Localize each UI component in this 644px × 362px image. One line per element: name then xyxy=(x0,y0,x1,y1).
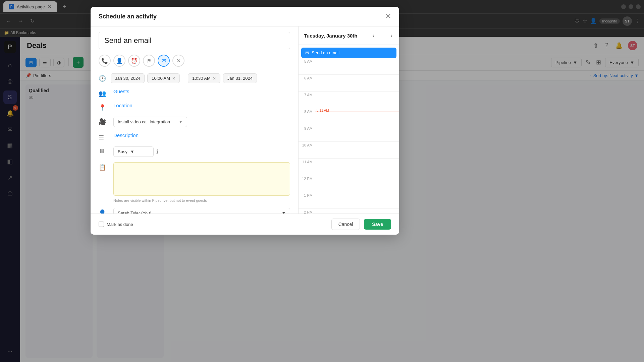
activity-title-input[interactable] xyxy=(99,32,290,49)
assignee-icon: 👤 xyxy=(99,209,108,214)
notes-textarea[interactable] xyxy=(113,162,290,196)
start-time-label: 10:00 AM xyxy=(152,76,170,81)
guests-icon: 👥 xyxy=(99,90,108,97)
modal-body: 📞 👤 ⏰ ⚑ ✉ ✕ 🕐 Jan 30, 2024 10:00 AM ✕ – xyxy=(91,26,399,214)
info-icon[interactable]: ℹ xyxy=(156,148,158,155)
cal-prev-btn[interactable]: ‹ xyxy=(371,31,375,40)
assignee-arrow: ▼ xyxy=(281,210,286,214)
notes-hint: Notes are visible within Pipedrive, but … xyxy=(113,198,290,202)
type-selector: 📞 👤 ⏰ ⚑ ✉ ✕ xyxy=(99,53,290,68)
video-dropdown[interactable]: Install video call integration ▼ xyxy=(113,117,187,127)
datetime-row: 🕐 Jan 30, 2024 10:00 AM ✕ – 10:30 AM ✕ J… xyxy=(99,73,290,83)
guests-link[interactable]: Guests xyxy=(113,88,129,94)
cal-slot-content-2pm xyxy=(315,209,399,214)
cal-slot-content-9am xyxy=(315,125,399,141)
modal-backdrop: Schedule an activity ✕ 📞 👤 ⏰ ⚑ ✉ ✕ xyxy=(0,0,644,362)
status-row-inner: Busy ▼ ℹ xyxy=(113,146,290,157)
schedule-modal: Schedule an activity ✕ 📞 👤 ⏰ ⚑ ✉ ✕ xyxy=(91,7,399,235)
video-call-row: 🎥 Install video call integration ▼ xyxy=(99,117,290,127)
cal-time-label-1pm: 1 PM xyxy=(299,192,315,208)
mark-done-checkbox[interactable] xyxy=(99,222,104,227)
cal-time-label-9am: 9 AM xyxy=(299,125,315,141)
cal-slot-1pm: 1 PM xyxy=(299,192,399,209)
status-dropdown[interactable]: Busy ▼ xyxy=(113,146,154,157)
location-row: 📍 Location xyxy=(99,103,290,111)
assignee-row: 👤 Sarah Tyler (You) ▼ xyxy=(99,208,290,214)
cal-slot-content-7am xyxy=(315,92,399,108)
cal-slot-11am: 11 AM xyxy=(299,159,399,175)
send-email-event[interactable]: ✉ Send an email xyxy=(301,48,396,58)
send-email-label: Send an email xyxy=(312,50,339,55)
modal-close-btn[interactable]: ✕ xyxy=(385,13,391,20)
video-label: Install video call integration xyxy=(118,119,170,124)
description-link[interactable]: Description xyxy=(113,132,139,138)
status-content: Busy ▼ ℹ xyxy=(113,146,290,157)
status-row: 🖥 Busy ▼ ℹ xyxy=(99,146,290,157)
cal-header: Tuesday, January 30th ‹ › xyxy=(299,26,399,45)
modal-title: Schedule an activity xyxy=(99,13,157,20)
location-content: Location xyxy=(113,103,290,109)
cal-slot-6am: 6 AM xyxy=(299,75,399,92)
modal-footer: Mark as done Cancel Save xyxy=(91,214,399,235)
cal-slot-content-10am xyxy=(315,142,399,158)
status-label: Busy xyxy=(118,149,127,154)
type-btn-meeting[interactable]: 👤 xyxy=(113,55,125,67)
cal-time-label-8am: 8 AM xyxy=(299,108,315,125)
status-icon: 🖥 xyxy=(99,148,108,155)
start-date-chip[interactable]: Jan 30, 2024 xyxy=(111,73,145,83)
type-btn-email[interactable]: ✉ xyxy=(158,55,170,67)
now-line: 8:11 AM xyxy=(315,112,399,112)
cal-slot-2pm: 2 PM xyxy=(299,209,399,214)
assignee-content: Sarah Tyler (You) ▼ xyxy=(113,208,290,214)
type-btn-flag[interactable]: ⚑ xyxy=(143,55,155,67)
guests-row: 👥 Guests xyxy=(99,88,290,97)
cal-slot-5am: 5 AM xyxy=(299,58,399,75)
cal-time-label-2pm: 2 PM xyxy=(299,209,315,214)
end-time-label: 10:30 AM xyxy=(192,76,211,81)
type-btn-reminder[interactable]: ⏰ xyxy=(128,55,140,67)
cal-slot-9am: 9 AM xyxy=(299,125,399,142)
mark-done-label: Mark as done xyxy=(107,222,133,227)
notes-icon: 📋 xyxy=(99,164,108,171)
cal-next-btn[interactable]: › xyxy=(389,31,394,40)
cal-slot-content-1pm xyxy=(315,192,399,208)
time-dash: – xyxy=(182,76,185,81)
end-time-chip[interactable]: 10:30 AM ✕ xyxy=(188,73,220,83)
video-content: Install video call integration ▼ xyxy=(113,117,290,127)
cal-slot-8am: 8 AM 8:11 AM xyxy=(299,108,399,125)
end-date-chip[interactable]: Jan 31, 2024 xyxy=(223,73,257,83)
location-link[interactable]: Location xyxy=(113,103,132,108)
cal-time-label-11am: 11 AM xyxy=(299,159,315,175)
start-time-clear[interactable]: ✕ xyxy=(172,76,175,81)
modal-form: 📞 👤 ⏰ ⚑ ✉ ✕ 🕐 Jan 30, 2024 10:00 AM ✕ – xyxy=(91,26,299,214)
notes-row: 📋 Notes are visible within Pipedrive, bu… xyxy=(99,162,290,202)
mark-done-row: Mark as done xyxy=(99,222,133,227)
cal-time-label-10am: 10 AM xyxy=(299,142,315,158)
cal-slot-content-11am xyxy=(315,159,399,175)
cal-slot-content-8am: 8:11 AM xyxy=(315,108,399,125)
cal-slot-content-12pm xyxy=(315,175,399,192)
type-btn-other[interactable]: ✕ xyxy=(172,55,184,67)
cal-body: 5 AM 6 AM 7 AM 8 AM xyxy=(299,58,399,214)
cal-slot-12pm: 12 PM xyxy=(299,175,399,192)
modal-calendar: Tuesday, January 30th ‹ › ✉ Send an emai… xyxy=(299,26,399,214)
description-row: ☰ Description xyxy=(99,132,290,141)
modal-header: Schedule an activity ✕ xyxy=(91,7,399,26)
start-time-chip[interactable]: 10:00 AM ✕ xyxy=(147,73,180,83)
description-icon: ☰ xyxy=(99,134,108,141)
location-icon: 📍 xyxy=(99,104,108,111)
type-btn-call[interactable]: 📞 xyxy=(99,55,111,67)
end-time-clear[interactable]: ✕ xyxy=(213,76,216,81)
cal-slot-10am: 10 AM xyxy=(299,142,399,159)
cancel-btn[interactable]: Cancel xyxy=(331,219,360,230)
cal-time-label-12pm: 12 PM xyxy=(299,175,315,192)
cal-time-label-7am: 7 AM xyxy=(299,92,315,108)
assignee-dropdown[interactable]: Sarah Tyler (You) ▼ xyxy=(113,208,290,214)
save-btn[interactable]: Save xyxy=(364,219,391,230)
cal-slot-content-5am xyxy=(315,58,399,74)
cal-time-label-5am: 5 AM xyxy=(299,58,315,74)
notes-content: Notes are visible within Pipedrive, but … xyxy=(113,162,290,202)
guests-content: Guests xyxy=(113,88,290,95)
send-email-icon: ✉ xyxy=(305,50,309,55)
cal-time-label-6am: 6 AM xyxy=(299,75,315,91)
